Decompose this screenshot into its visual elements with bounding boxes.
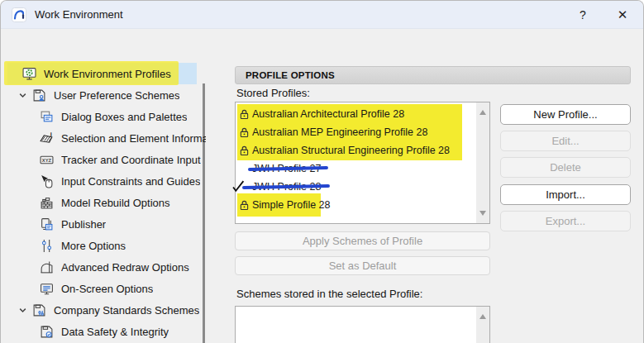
profile-options-header: PROFILE OPTIONS	[235, 66, 631, 84]
scroll-down-icon[interactable]	[479, 211, 486, 216]
profile-name: Australian MEP Engineering Profile 28	[252, 126, 427, 138]
tree-item-model-rebuild-options[interactable]: Model Rebuild Options	[7, 192, 206, 213]
tree-item-label: Work Environment Profiles	[44, 68, 171, 80]
chevron-down-icon[interactable]	[18, 91, 29, 100]
data-safety-icon	[40, 325, 55, 339]
profile-item-australian-mep-engineering-profile-28[interactable]: Australian MEP Engineering Profile 28	[236, 123, 475, 141]
publisher-icon	[40, 217, 55, 231]
model-rebuild-icon	[40, 196, 55, 210]
lock-icon	[240, 109, 252, 120]
profile-item-australian-structural-engineering-profile-28[interactable]: Australian Structural Engineering Profil…	[236, 141, 475, 160]
scroll-up-icon[interactable]	[479, 314, 486, 319]
tree-item-label: Data Safety & Integrity	[61, 326, 169, 338]
tree-item-publisher[interactable]: Publisher	[7, 213, 206, 235]
lock-icon	[240, 145, 252, 156]
schemes-list	[235, 306, 490, 343]
profile-name: Australian Structural Engineering Profil…	[252, 145, 450, 156]
tree: Work Environment ProfilesUser Preference…	[7, 63, 206, 342]
edit-button[interactable]: Edit...	[500, 131, 631, 151]
lock-icon	[240, 200, 252, 211]
tree-item-dialog-boxes-and-palettes[interactable]: Dialog Boxes and Palettes	[7, 106, 206, 127]
tree-scrollbar[interactable]	[203, 83, 205, 343]
tree-item-label: Dialog Boxes and Palettes	[61, 111, 187, 123]
stored-profiles-rows: Australian Architectural Profile 28Austr…	[236, 105, 475, 214]
profile-item-australian-architectural-profile-28[interactable]: Australian Architectural Profile 28	[236, 105, 475, 123]
schemes-stored-label: Schemes stored in the selected Profile:	[236, 288, 422, 300]
more-options-icon	[40, 239, 55, 253]
help-button[interactable]: ?	[570, 4, 595, 25]
svg-text:i: i	[50, 131, 52, 138]
dialog-boxes-icon	[40, 110, 55, 124]
stored-profiles-list: Australian Architectural Profile 28Austr…	[235, 102, 490, 224]
set-as-default-button[interactable]: Set as Default	[235, 256, 490, 275]
tree-item-user-preference-schemes[interactable]: User Preference Schemes	[7, 84, 206, 106]
tree-item-data-safety-integrity[interactable]: Data Safety & Integrity	[7, 321, 206, 342]
schemes-scrollbar[interactable]	[476, 307, 489, 343]
tree-item-label: Input Constraints and Guides	[61, 175, 200, 188]
export-button[interactable]: Export...	[500, 211, 631, 231]
profiles-scrollbar[interactable]	[476, 102, 489, 223]
tracker-xyz-icon: XYZ	[40, 153, 55, 167]
profile-item-jwh-profile-27[interactable]: JWH Profile 27	[236, 160, 475, 178]
chevron-down-icon[interactable]	[18, 306, 29, 315]
work-environment-profiles-icon	[22, 67, 37, 81]
advanced-redraw-icon	[40, 260, 55, 274]
tree-item-label: Tracker and Coordinate Input	[61, 154, 201, 166]
on-screen-icon	[40, 282, 55, 296]
stored-profiles-label: Stored Profiles:	[236, 87, 310, 99]
title-bar: Work Environment ? ✕	[1, 1, 643, 29]
tree-item-work-environment-profiles[interactable]: Work Environment Profiles	[7, 63, 197, 84]
tree-item-label: Publisher	[61, 218, 106, 231]
tree-item-tracker-and-coordinate-input[interactable]: XYZTracker and Coordinate Input	[7, 149, 206, 170]
profile-item-simple-profile-28[interactable]: Simple Profile 28	[236, 196, 475, 214]
selection-info-icon: i	[40, 131, 55, 145]
tree-item-label: Advanced Redraw Options	[61, 261, 189, 274]
delete-button[interactable]: Delete	[500, 157, 631, 178]
lock-icon	[240, 127, 252, 138]
scroll-up-icon[interactable]	[479, 110, 486, 115]
company-standards-icon	[32, 303, 47, 317]
tree-item-label: User Preference Schemes	[54, 89, 179, 102]
tree-item-label: Company Standards Schemes	[54, 304, 199, 317]
apply-schemes-button[interactable]: Apply Schemes of Profile	[235, 231, 490, 250]
tree-item-label: Model Rebuild Options	[61, 197, 170, 209]
window-title: Work Environment	[35, 8, 123, 21]
close-button[interactable]: ✕	[610, 4, 635, 25]
user-preference-schemes-icon	[32, 88, 47, 102]
profile-name: Simple Profile 28	[252, 199, 331, 211]
tree-item-more-options[interactable]: More Options	[7, 235, 206, 256]
profile-name: Australian Architectural Profile 28	[252, 108, 404, 120]
input-constraints-icon	[40, 174, 55, 188]
svg-text:XYZ: XYZ	[42, 158, 52, 163]
import-button[interactable]: Import...	[500, 184, 631, 205]
tree-item-advanced-redraw-options[interactable]: Advanced Redraw Options	[7, 256, 206, 278]
tree-item-company-standards-schemes[interactable]: Company Standards Schemes	[7, 299, 206, 321]
tree-item-label: More Options	[61, 240, 126, 252]
tree-item-on-screen-options[interactable]: On-Screen Options	[7, 278, 206, 299]
work-environment-dialog: Work Environment ? ✕ Work Environment Pr…	[0, 0, 644, 343]
tree-item-label: Selection and Element Informatic	[61, 132, 206, 145]
tree-item-label: On-Screen Options	[61, 283, 153, 295]
tree-item-selection-and-element-informatic[interactable]: iSelection and Element Informatic	[7, 127, 206, 149]
archicad-logo-icon	[12, 7, 26, 22]
new-profile-button[interactable]: New Profile...	[500, 104, 631, 125]
tree-item-input-constraints-and-guides[interactable]: Input Constraints and Guides	[7, 170, 206, 192]
